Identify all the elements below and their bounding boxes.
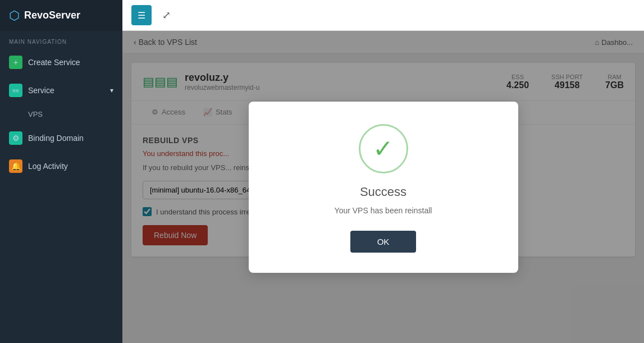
sidebar-item-create-service-label: Create Service: [28, 58, 80, 67]
content-area: ‹ Back to VPS List ⌂ Dashbo... ▤▤▤ revol…: [122, 31, 644, 343]
modal-ok-button[interactable]: OK: [350, 231, 417, 253]
sidebar-item-create-service[interactable]: + Create Service: [0, 48, 122, 76]
menu-toggle-button[interactable]: ☰: [131, 5, 152, 25]
logo-text: RevoServer: [24, 10, 80, 21]
modal-message: Your VPS has been reinstall: [335, 206, 432, 215]
sidebar-logo: ⬡ RevoServer: [0, 0, 122, 31]
success-modal: ✓ Success Your VPS has been reinstall OK: [249, 102, 518, 273]
hamburger-icon: ☰: [138, 10, 145, 21]
sidebar-item-binding-domain-label: Binding Domain: [28, 134, 84, 143]
sidebar-item-log-activity-label: Log Activity: [28, 162, 68, 171]
success-circle: ✓: [359, 124, 408, 173]
sidebar-item-service-label: Service: [28, 86, 54, 95]
sidebar-item-vps-label: VPS: [28, 110, 43, 118]
sidebar-item-vps[interactable]: VPS: [0, 104, 122, 124]
expand-icon: ⤢: [162, 9, 171, 21]
binding-domain-icon: ⚙: [9, 131, 22, 145]
sidebar-item-log-activity[interactable]: 🔔 Log Activity: [0, 152, 122, 180]
log-activity-icon: 🔔: [9, 159, 22, 173]
sidebar-item-service[interactable]: ≡≡ Service ▾: [0, 76, 122, 104]
topbar: ☰ ⤢: [122, 0, 644, 31]
sidebar: ⬡ RevoServer MAIN NAVIGATION + Create Se…: [0, 0, 122, 343]
expand-button[interactable]: ⤢: [156, 5, 176, 25]
checkmark-icon: ✓: [373, 136, 394, 161]
modal-title: Success: [360, 185, 407, 199]
logo-icon: ⬡: [9, 8, 20, 23]
create-service-icon: +: [9, 56, 22, 69]
main-area: ☰ ⤢ ‹ Back to VPS List ⌂ Dashbo... ▤▤▤ r…: [122, 0, 644, 343]
sidebar-item-binding-domain[interactable]: ⚙ Binding Domain: [0, 124, 122, 152]
modal-overlay: ✓ Success Your VPS has been reinstall OK: [122, 31, 644, 343]
nav-label: MAIN NAVIGATION: [0, 31, 122, 48]
service-icon: ≡≡: [9, 84, 22, 97]
chevron-down-icon: ▾: [110, 86, 113, 94]
